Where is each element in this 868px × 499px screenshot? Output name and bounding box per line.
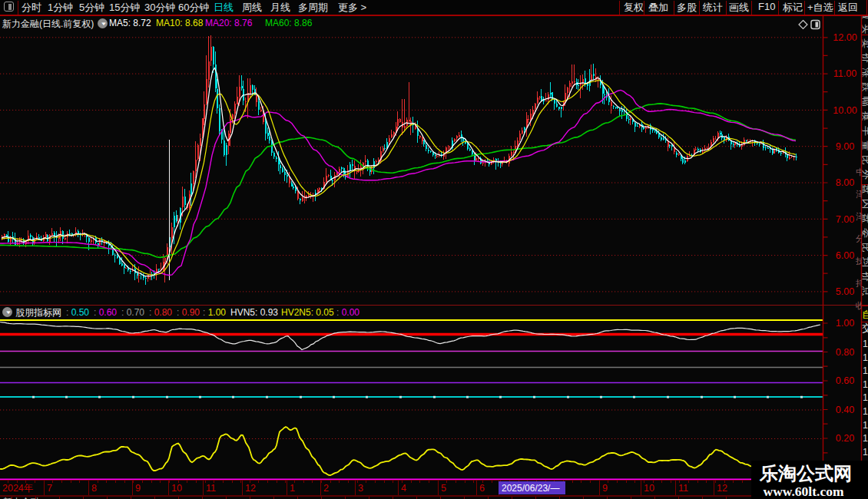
svg-text:5.00: 5.00 (836, 286, 854, 297)
svg-text:0.80: 0.80 (836, 347, 854, 358)
svg-text:10: 10 (171, 483, 182, 494)
svg-text:7: 7 (47, 483, 52, 494)
svg-text:11.00: 11.00 (833, 68, 856, 79)
svg-text:乐淘公式网: 乐淘公式网 (759, 463, 852, 484)
svg-text:1: 1 (863, 392, 868, 403)
svg-text:12.00: 12.00 (833, 32, 856, 43)
svg-text:12: 12 (717, 483, 727, 494)
svg-text:1: 1 (863, 339, 868, 349)
svg-text:9: 9 (135, 483, 141, 494)
svg-text:0.20: 0.20 (836, 433, 854, 444)
svg-text:1: 1 (863, 379, 868, 390)
svg-text:4: 4 (401, 483, 406, 494)
svg-text:0.40: 0.40 (836, 405, 854, 415)
svg-text:自: 自 (862, 309, 868, 320)
svg-text:11: 11 (678, 483, 688, 494)
svg-text:12: 12 (245, 483, 256, 494)
svg-text:9.00: 9.00 (836, 141, 854, 152)
svg-text:6: 6 (479, 483, 485, 494)
svg-text:www.60lt.com: www.60lt.com (764, 484, 844, 499)
svg-text:1: 1 (863, 352, 868, 363)
svg-text:1: 1 (863, 365, 868, 376)
svg-text:11: 11 (206, 483, 216, 494)
svg-text:交: 交 (862, 322, 868, 334)
svg-text:8.00: 8.00 (836, 177, 854, 188)
svg-text:8: 8 (91, 483, 97, 494)
svg-text:1: 1 (863, 406, 868, 417)
svg-text:3: 3 (358, 483, 363, 494)
svg-text:1: 1 (863, 447, 868, 458)
svg-text:1.00: 1.00 (836, 318, 854, 329)
svg-text:10.00: 10.00 (833, 105, 856, 116)
svg-text:5: 5 (441, 483, 446, 494)
svg-text:6.00: 6.00 (836, 250, 854, 261)
svg-text:1: 1 (863, 433, 868, 444)
svg-text:2: 2 (323, 483, 329, 494)
svg-text:10: 10 (644, 483, 654, 494)
svg-text:7.00: 7.00 (836, 214, 854, 225)
svg-text:2025/06/23/—: 2025/06/23/— (502, 483, 559, 494)
svg-text:9: 9 (602, 483, 608, 494)
svg-text:2024年: 2024年 (2, 483, 33, 494)
svg-text:0.60: 0.60 (836, 375, 854, 386)
svg-text:1: 1 (863, 420, 868, 431)
svg-text:1: 1 (290, 483, 295, 494)
